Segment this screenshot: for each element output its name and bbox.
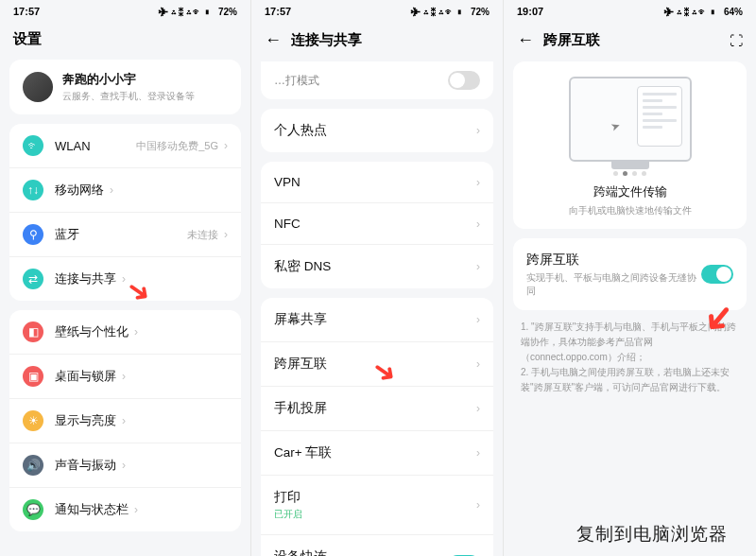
toggle-on[interactable]: [701, 265, 733, 284]
row-mobile-network[interactable]: ↑↓ 移动网络 ›: [9, 168, 241, 213]
avatar: [23, 72, 53, 102]
row-car[interactable]: Car+ 车联 ›: [261, 431, 493, 476]
notification-icon: 💬: [23, 499, 43, 520]
page-title: 连接与共享: [291, 31, 362, 49]
page-header: 设置: [0, 21, 250, 60]
profile-card[interactable]: 奔跑的小小宇 云服务、查找手机、登录设备等: [9, 60, 241, 114]
row-home-lock[interactable]: ▣ 桌面与锁屏 ›: [9, 355, 241, 399]
row-wlan[interactable]: ᯤ WLAN 中国移动免费_5G ›: [9, 124, 241, 168]
row-screen-share[interactable]: 屏幕共享 ›: [261, 298, 493, 342]
chevron-right-icon: ›: [476, 313, 480, 326]
page-header: ← 连接与共享: [251, 21, 503, 61]
chevron-right-icon: ›: [476, 357, 480, 371]
status-icons: ✈ ⁂ ⁑ ⁂ ᯤ ▮ 72%: [411, 7, 490, 17]
home-icon: ▣: [23, 366, 43, 387]
data-icon: ↑↓: [23, 180, 43, 200]
chevron-right-icon: ›: [122, 459, 126, 472]
profile-sub: 云服务、查找手机、登录设备等: [62, 90, 195, 103]
chevron-right-icon: ›: [134, 325, 138, 339]
illustration-card: ➤ 跨端文件传输 向手机或电脑快速地传输文件: [513, 61, 747, 229]
illus-title: 跨端文件传输: [526, 183, 733, 200]
monitor-illustration: ➤: [569, 77, 692, 162]
page-title: 跨屏互联: [543, 31, 600, 49]
status-icons: ✈ ⁂ ⁑ ⁂ ᯤ ▮ 64%: [664, 7, 743, 17]
page-title: 设置: [13, 30, 42, 48]
chevron-right-icon: ›: [224, 228, 228, 241]
profile-name: 奔跑的小小宇: [62, 71, 195, 88]
row-display[interactable]: ☀ 显示与亮度 ›: [9, 399, 241, 443]
share-icon: ⇄: [23, 269, 43, 289]
row-print[interactable]: 打印 已开启 ›: [261, 476, 493, 535]
overlay-caption: 复制到电脑浏览器: [576, 522, 728, 547]
chevron-right-icon: ›: [122, 370, 126, 383]
chevron-right-icon: ›: [476, 217, 480, 231]
wallpaper-icon: ◧: [23, 321, 43, 342]
chevron-right-icon: ›: [476, 498, 480, 512]
brightness-icon: ☀: [23, 410, 43, 431]
row-notifications[interactable]: 💬 通知与状态栏 ›: [9, 488, 241, 531]
status-icons: ✈ ⁂ ⁑ ⁂ ᯤ ▮ 72%: [159, 7, 237, 17]
row-cross-screen-toggle[interactable]: 跨屏互联 实现手机、平板与电脑之间跨设备无缝协同: [513, 238, 747, 310]
row-private-dns[interactable]: 私密 DNS ›: [261, 245, 493, 288]
row-partial[interactable]: …打模式: [261, 61, 493, 99]
bluetooth-icon: ⚲: [23, 224, 43, 245]
chevron-right-icon: ›: [476, 176, 480, 189]
status-time: 17:57: [13, 6, 40, 17]
scan-icon[interactable]: ⛶: [730, 33, 743, 48]
row-bluetooth[interactable]: ⚲ 蓝牙 未连接 ›: [9, 213, 241, 257]
row-connect-share[interactable]: ⇄ 连接与共享 ›: [9, 257, 241, 301]
illus-sub: 向手机或电脑快速地传输文件: [526, 204, 733, 217]
row-hotspot[interactable]: 个人热点 ›: [261, 109, 493, 152]
row-phone-cast[interactable]: 手机投屏 ›: [261, 387, 493, 431]
cursor-icon: ➤: [608, 119, 621, 135]
toggle[interactable]: [448, 71, 480, 90]
status-time: 19:07: [517, 6, 543, 17]
chevron-right-icon: ›: [110, 183, 113, 197]
back-icon[interactable]: ←: [517, 30, 534, 50]
chevron-right-icon: ›: [134, 503, 138, 516]
row-quick-connect[interactable]: 设备快连 允许本设备快速发现并连接附近的设备: [261, 535, 493, 556]
chevron-right-icon: ›: [122, 414, 126, 427]
sound-icon: 🔊: [23, 455, 43, 476]
status-bar: 17:57 ✈ ⁂ ⁑ ⁂ ᯤ ▮ 72%: [251, 0, 503, 21]
status-time: 17:57: [265, 6, 291, 17]
fine-print: 1. "跨屏互联"支持手机与电脑、手机与平板之间的跨端协作，具体功能参考产品官网…: [504, 320, 756, 395]
status-bar: 17:57 ✈ ⁂ ⁑ ⁂ ᯤ ▮ 72%: [0, 0, 250, 21]
row-cross-screen[interactable]: 跨屏互联 ›: [261, 342, 493, 387]
back-icon[interactable]: ←: [265, 30, 282, 50]
chevron-right-icon: ›: [476, 402, 480, 415]
row-wallpaper[interactable]: ◧ 壁纸与个性化 ›: [9, 310, 241, 355]
chevron-right-icon: ›: [224, 139, 228, 152]
wifi-icon: ᯤ: [23, 135, 43, 156]
row-sound[interactable]: 🔊 声音与振动 ›: [9, 443, 241, 488]
chevron-right-icon: ›: [476, 124, 480, 137]
chevron-right-icon: ›: [122, 272, 126, 286]
chevron-right-icon: ›: [476, 446, 480, 460]
chevron-right-icon: ›: [476, 260, 480, 273]
row-vpn[interactable]: VPN ›: [261, 162, 493, 203]
page-header: ← 跨屏互联 ⛶: [504, 21, 756, 61]
status-bar: 19:07 ✈ ⁂ ⁑ ⁂ ᯤ ▮ 64%: [504, 0, 756, 21]
row-nfc[interactable]: NFC ›: [261, 203, 493, 245]
page-dots[interactable]: [526, 171, 733, 176]
